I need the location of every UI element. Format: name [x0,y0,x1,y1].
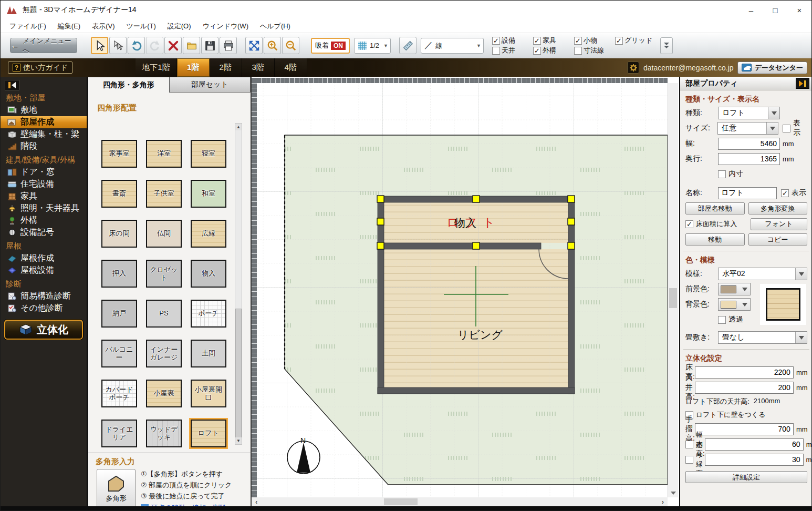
canvas-vscrollbar[interactable] [668,83,678,497]
copy-button[interactable]: コピー [748,233,808,246]
menu-file[interactable]: ファイル(F) [4,19,52,33]
palette-scrollbar[interactable]: ▲ ▼ [235,123,242,445]
move-room-name-button[interactable]: 部屋名移動 [685,202,745,214]
room-button-balcony[interactable]: バルコニー [101,340,137,367]
measure-tool-button[interactable] [399,37,417,54]
menu-view[interactable]: 表示(V) [86,19,120,33]
line-style-dropdown[interactable]: ／ 線 ▼ [421,38,484,54]
room-button-oshiire[interactable]: 押入 [101,260,137,288]
menu-settings[interactable]: 設定(O) [162,19,197,33]
tatami-dropdown[interactable]: 畳なし [718,331,807,344]
sidebar-item-room-create[interactable]: 部屋作成 [1,116,87,128]
transparent-checkbox[interactable]: 透過 [718,315,743,324]
tab-floor2[interactable]: 2階 [210,58,242,77]
sidebar-item-wall-edit[interactable]: 壁編集・柱・梁 [1,128,87,140]
depth-input[interactable] [718,153,780,165]
menu-help[interactable]: ヘルプ(H) [254,19,296,33]
sidebar-item-roof-create[interactable]: 屋根作成 [1,252,87,264]
check-accessories[interactable]: 小物 [574,36,612,46]
sidebar-item-equipment[interactable]: 住宅設備 [1,178,87,190]
room-button-closet[interactable]: クロゼット [146,260,182,288]
tab-floor3[interactable]: 3階 [242,58,275,77]
room-button-kodomoshitsu[interactable]: 子供室 [146,180,182,208]
check-exterior[interactable]: 外構 [533,46,571,56]
sidebar-collapse-button[interactable] [5,80,19,90]
sidebar-item-stairs[interactable]: 階段 [1,140,87,152]
room-button-loft[interactable]: ロフト [191,420,226,447]
sidebar-item-exterior[interactable]: 外構 [1,214,87,227]
menu-edit[interactable]: 編集(E) [52,19,86,33]
canvas-hscrollbar-thumb[interactable] [384,498,418,505]
room-button-doma[interactable]: 土間 [191,340,226,367]
open-file-button[interactable] [183,37,200,54]
wall-under-loft-checkbox[interactable]: ロフト下に壁をつくる [685,410,765,420]
kind-dropdown[interactable]: ロフト [718,107,780,119]
guide-button[interactable]: ? 使い方ガイド [8,62,72,74]
storage-room-label[interactable]: 物入 [454,217,476,229]
room-button-inner-garage[interactable]: インナーガレージ [146,340,182,367]
background-color-dropdown[interactable] [718,298,751,311]
scroll-right-icon[interactable]: › [662,498,664,506]
tab-floor4[interactable]: 4階 [275,58,307,77]
maximize-button[interactable]: □ [763,1,787,19]
room-button-dry-area[interactable]: ドライエリア [101,420,137,447]
datacenter-button[interactable]: データセンター [737,62,807,74]
fit-view-button[interactable] [245,37,263,54]
save-button[interactable] [201,37,218,54]
toolbar-expand-button[interactable] [660,37,673,54]
sidebar-item-roof-equipment[interactable]: 屋根設備 [1,264,87,277]
polygon-convert-button[interactable]: 多角形変換 [748,202,808,214]
room-button-shinshitsu[interactable]: 寝室 [191,140,226,168]
baseboard-height-input[interactable] [705,438,804,451]
handrail-height-input[interactable] [695,423,794,435]
detail-settings-button[interactable]: 詳細設定 [685,471,807,483]
room-button-washitsu[interactable]: 和室 [191,180,226,208]
grid-scale-dropdown[interactable]: 1/2 ▼ [354,38,391,54]
scroll-down-icon[interactable] [668,489,679,497]
zoom-out-button[interactable] [282,37,299,54]
undo-button[interactable] [128,37,145,54]
check-dimension-lines[interactable]: 寸法線 [574,46,612,56]
sidebar-item-symbols[interactable]: 設備記号 [1,227,87,239]
pattern-dropdown[interactable]: 水平02 [718,268,807,280]
palette-scrollbar-thumb[interactable] [235,309,242,438]
check-furniture[interactable]: 家具 [533,36,571,46]
make-3d-button[interactable]: 立体化 [4,320,83,340]
room-button-nando[interactable]: 納戸 [101,300,137,328]
sidebar-item-site[interactable]: 敷地 [1,104,87,116]
select-tool-button[interactable] [91,37,108,54]
redo-button[interactable] [146,37,163,54]
menu-window[interactable]: ウィンドウ(W) [197,19,254,33]
font-button[interactable]: フォント [751,218,807,230]
snap-toggle-button[interactable]: 吸着 ON [311,38,350,54]
settings-gear-button[interactable] [627,62,639,74]
close-button[interactable]: × [787,1,811,19]
sidebar-item-other-diagnosis[interactable]: その他診断 [1,302,87,314]
canvas-vscrollbar-thumb[interactable] [669,288,677,308]
menu-tools[interactable]: ツール(T) [121,19,162,33]
scroll-up-icon[interactable]: ▲ [235,124,242,130]
multi-select-tool-button[interactable] [109,37,127,54]
floor-height-input[interactable] [695,366,794,379]
width-input[interactable] [718,138,780,150]
check-grid[interactable]: グリッド [615,36,653,46]
tab-basement1[interactable]: 地下1階 [136,58,176,77]
panel-collapse-button[interactable] [796,78,809,89]
delete-button[interactable] [164,37,182,54]
tab-room-set[interactable]: 部屋セット [170,77,251,93]
room-button-ps[interactable]: PS [146,300,182,328]
plan-canvas[interactable]: ロフト 物入 リビング N [251,77,679,506]
room-name-input[interactable] [718,187,777,199]
floor-plan-drawing[interactable]: ロフト 物入 リビング N [257,83,668,497]
room-button-tokonoma[interactable]: 床の間 [101,220,137,248]
tab-floor1[interactable]: 1階 [177,58,210,77]
room-button-hiroen[interactable]: 広縁 [191,220,226,248]
scroll-left-icon[interactable]: ‹ [255,498,257,506]
room-button-koyaura[interactable]: 小屋裏 [146,380,182,407]
floor-area-checkbox[interactable]: 床面積に算入 [685,219,737,229]
zoom-in-button[interactable] [264,37,281,54]
room-button-porch[interactable]: ポーチ [191,300,226,328]
crown-molding-height-input[interactable] [705,454,804,466]
ceiling-height-input[interactable] [695,382,794,394]
inner-dimension-checkbox[interactable]: 内寸 [718,169,743,179]
